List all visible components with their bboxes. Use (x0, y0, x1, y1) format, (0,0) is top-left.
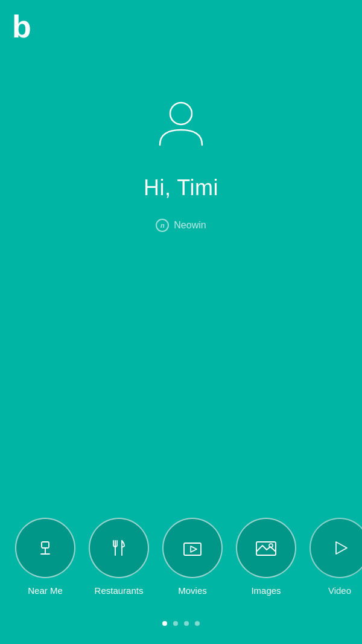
quick-item-near-me[interactable]: Near Me (15, 518, 75, 596)
svg-rect-2 (42, 542, 49, 548)
quick-item-restaurants[interactable]: Restaurants (89, 518, 149, 596)
location-icon (32, 535, 59, 561)
near-me-circle[interactable] (15, 518, 75, 578)
svg-rect-8 (184, 543, 201, 555)
restaurants-label: Restaurants (95, 585, 144, 596)
svg-marker-12 (336, 542, 347, 554)
movies-circle[interactable] (162, 518, 223, 578)
quick-access-row: Near Me Restaurants (15, 518, 362, 596)
movies-label: Movies (178, 585, 207, 596)
play-icon (326, 535, 353, 561)
neowin-badge: n Neowin (156, 219, 206, 232)
near-me-label: Near Me (28, 585, 63, 596)
svg-point-1 (170, 103, 192, 124)
svg-text:b: b (12, 12, 31, 42)
main-content: Hi, Timi n Neowin (0, 0, 362, 232)
quick-item-images[interactable]: Images (236, 518, 296, 596)
images-circle[interactable] (236, 518, 296, 578)
quick-access-section: Near Me Restaurants (0, 518, 362, 596)
video-circle[interactable] (310, 518, 362, 578)
image-icon (253, 535, 279, 561)
dot-3[interactable] (184, 621, 189, 626)
restaurants-circle[interactable] (89, 518, 149, 578)
video-label: Video (328, 585, 351, 596)
quick-item-video[interactable]: Video (310, 518, 362, 596)
avatar (154, 97, 208, 151)
bing-logo[interactable]: b (12, 12, 36, 36)
dot-4[interactable] (195, 621, 200, 626)
dot-2[interactable] (173, 621, 178, 626)
svg-marker-9 (191, 546, 197, 552)
neowin-label: Neowin (174, 220, 206, 231)
quick-item-movies[interactable]: Movies (162, 518, 223, 596)
movie-icon (179, 535, 206, 561)
images-label: Images (251, 585, 281, 596)
neowin-icon: n (156, 219, 169, 232)
pagination-dots (0, 621, 362, 626)
greeting-text: Hi, Timi (144, 175, 218, 201)
dot-1[interactable] (162, 621, 167, 626)
restaurant-icon (106, 535, 132, 561)
